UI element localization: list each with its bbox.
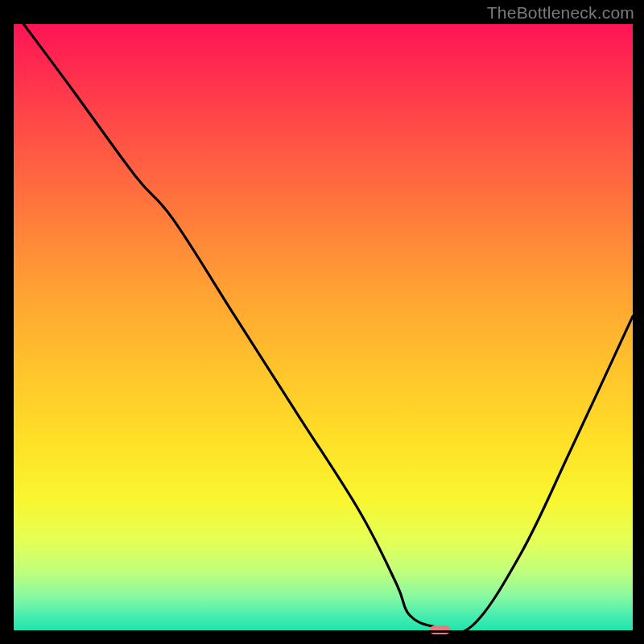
watermark-text: TheBottleneck.com xyxy=(487,3,634,23)
x-axis xyxy=(11,630,633,633)
plot-area xyxy=(11,24,633,633)
chart-stage: TheBottleneck.com xyxy=(0,0,644,644)
bottleneck-curve xyxy=(11,24,633,633)
y-axis xyxy=(11,24,14,633)
